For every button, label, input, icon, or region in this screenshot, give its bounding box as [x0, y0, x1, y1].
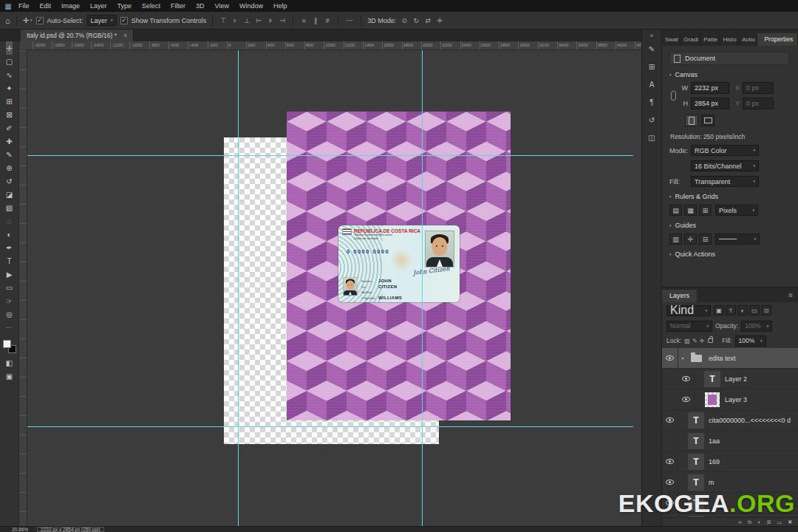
3d-pan-icon[interactable]: ⇄: [423, 17, 432, 24]
menu-item[interactable]: Edit: [35, 0, 57, 12]
canvas-width-field[interactable]: 2232 px: [691, 82, 729, 94]
filter-type-layers-icon[interactable]: T: [726, 305, 736, 316]
filter-shape-layers-icon[interactable]: ▭: [749, 305, 760, 316]
shape-tool[interactable]: ▭: [6, 281, 13, 294]
canvas-fill-dropdown[interactable]: Transparent ▾: [691, 176, 759, 187]
layer-row[interactable]: Layer 3: [662, 389, 798, 410]
layer-name[interactable]: Layer 3: [725, 396, 747, 403]
align-vertical-centers-icon[interactable]: ⊦: [231, 17, 239, 24]
lock-transparency-icon[interactable]: ▨: [684, 338, 690, 344]
clone-source-panel-icon[interactable]: ⊞: [649, 63, 655, 71]
visibility-toggle[interactable]: [678, 389, 695, 409]
guides-section-header[interactable]: ▾ Guides: [669, 222, 789, 229]
filter-pixel-layers-icon[interactable]: ▣: [714, 305, 724, 316]
quick-mask-button[interactable]: ◧: [0, 356, 18, 369]
horizontal-guide[interactable]: [27, 426, 633, 427]
screen-mode-button[interactable]: ▣: [0, 369, 18, 383]
vertical-ruler[interactable]: [19, 50, 27, 526]
layer-thumbnail[interactable]: [704, 392, 720, 408]
document-tab[interactable]: Italy id.psd @ 20.7% (RGB/16) * ×: [21, 30, 134, 41]
dodge-tool[interactable]: ◐: [6, 228, 13, 241]
menu-item[interactable]: Image: [56, 0, 85, 12]
type-tool[interactable]: T: [6, 254, 13, 267]
snap-toggle-icon[interactable]: ⊞: [699, 205, 712, 216]
fill-dropdown[interactable]: 100% ▾: [735, 335, 766, 347]
quick-actions-section-header[interactable]: ▾ Quick Actions: [669, 250, 789, 258]
menu-item[interactable]: Type: [112, 0, 137, 12]
layer-name[interactable]: 1aa: [709, 437, 720, 445]
lasso-tool[interactable]: ∿: [6, 68, 13, 81]
zoom-tool[interactable]: ◎: [6, 307, 13, 321]
healing-brush-tool[interactable]: ✚: [6, 134, 13, 148]
eraser-tool[interactable]: ◪: [6, 188, 13, 201]
canvas-x-field[interactable]: 0 px: [743, 82, 774, 94]
opacity-dropdown[interactable]: 100% ▾: [741, 321, 772, 332]
layer-row[interactable]: T cita0000000...<<<<<<<<0 d: [662, 410, 798, 431]
auto-select-checkbox[interactable]: ✓: [36, 17, 44, 24]
3d-orbit-icon[interactable]: ⊙: [400, 17, 409, 24]
layer-row[interactable]: T 1aa: [662, 431, 798, 451]
menu-item[interactable]: Help: [268, 0, 293, 12]
marquee-tool[interactable]: ▢: [6, 55, 13, 68]
group-expand-chevron[interactable]: ▾: [678, 355, 687, 361]
panel-tab[interactable]: Patte: [700, 34, 720, 46]
color-swatches[interactable]: [3, 340, 16, 353]
menu-item[interactable]: Window: [234, 0, 268, 12]
distribute-spacing-icon[interactable]: #: [323, 17, 332, 24]
blend-mode-dropdown[interactable]: Normal ▾: [666, 321, 712, 332]
tab-layers[interactable]: Layers: [662, 290, 697, 302]
path-selection-tool[interactable]: ▶: [6, 267, 13, 281]
quick-selection-tool[interactable]: ✦: [6, 81, 13, 95]
align-bottom-edges-icon[interactable]: ⊥: [242, 17, 251, 24]
menu-item[interactable]: Layer: [85, 0, 112, 12]
new-guide-icon[interactable]: ▥: [669, 233, 682, 245]
rulers-grids-section-header[interactable]: ▾ Rulers & Grids: [669, 193, 789, 200]
foreground-color-swatch[interactable]: [3, 340, 11, 348]
layer-thumbnail[interactable]: T: [688, 474, 704, 491]
layer-thumbnail[interactable]: [688, 350, 704, 366]
visibility-toggle[interactable]: [662, 431, 678, 451]
show-transform-checkbox[interactable]: ✓: [120, 17, 128, 24]
current-tool-icon[interactable]: ✛ ▾: [23, 16, 33, 24]
canvas-height-field[interactable]: 2854 px: [691, 98, 729, 109]
landscape-orientation-button[interactable]: [701, 115, 715, 126]
color-mode-dropdown[interactable]: RGB Color ▾: [691, 145, 759, 156]
document-properties-row[interactable]: Document: [669, 52, 789, 65]
align-horizontal-centers-icon[interactable]: ⊧: [266, 17, 275, 24]
panel-tab[interactable]: Histo: [720, 34, 739, 46]
vertical-guide[interactable]: [422, 50, 423, 526]
portrait-orientation-button[interactable]: [685, 115, 698, 126]
guide-layout-icon[interactable]: ✛: [684, 233, 697, 245]
frame-tool[interactable]: ⊠: [6, 108, 13, 121]
menu-item[interactable]: View: [210, 0, 234, 12]
align-left-edges-icon[interactable]: ⊢: [254, 17, 263, 24]
canvas-y-field[interactable]: 0 px: [743, 98, 774, 109]
clear-guides-icon[interactable]: ⊟: [699, 233, 712, 245]
panel-tab[interactable]: Gradi: [681, 34, 700, 46]
history-brush-tool[interactable]: ↺: [6, 174, 13, 188]
clone-stamp-tool[interactable]: ⊕: [6, 161, 13, 174]
delete-layer-icon[interactable]: ✖: [788, 519, 792, 525]
visibility-toggle[interactable]: [678, 369, 695, 389]
layer-mask-icon[interactable]: ◐: [757, 519, 760, 525]
layer-effects-icon[interactable]: fx: [748, 519, 751, 525]
layer-thumbnail[interactable]: T: [688, 433, 704, 449]
zoom-level[interactable]: 20.86%: [12, 527, 28, 532]
layer-row[interactable]: ▾ edita text: [662, 348, 798, 369]
distribute-vertical-icon[interactable]: ≡: [299, 17, 308, 24]
visibility-toggle[interactable]: [662, 348, 678, 368]
canvas-area[interactable]: REPUBLICA DE COSTA RICA Tribunal Supremo…: [19, 50, 641, 526]
app-icon[interactable]: ▦: [3, 2, 13, 10]
edit-toolbar-button[interactable]: ⋯: [6, 321, 13, 334]
visibility-toggle[interactable]: [662, 410, 678, 430]
blur-tool[interactable]: ◌: [6, 214, 13, 228]
home-icon[interactable]: ⌂: [5, 16, 10, 25]
expand-panels-icon[interactable]: «: [649, 32, 653, 39]
eyedropper-tool[interactable]: ✐: [6, 121, 13, 134]
visibility-toggle[interactable]: [662, 451, 678, 471]
panel-tab[interactable]: Swat: [662, 34, 681, 46]
info-panel-icon[interactable]: ◫: [648, 134, 655, 142]
layer-thumbnail[interactable]: T: [704, 371, 720, 387]
panel-tab[interactable]: Actio: [739, 34, 757, 46]
brush-tool[interactable]: ✎: [6, 148, 13, 161]
